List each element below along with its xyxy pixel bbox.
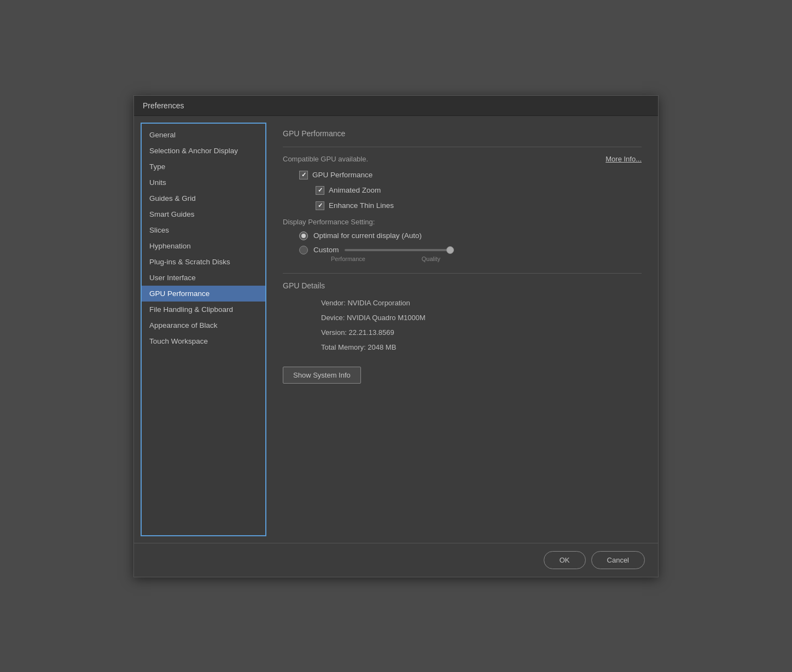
sidebar-item-file-handling-clipboard[interactable]: File Handling & Clipboard	[142, 302, 265, 317]
custom-radio-row: Custom	[299, 246, 642, 254]
sidebar-item-units[interactable]: Units	[142, 175, 265, 190]
compatible-gpu-text: Compatible GPU available.	[283, 155, 368, 163]
cancel-button[interactable]: Cancel	[591, 551, 645, 569]
enhance-thin-lines-checkbox[interactable]	[316, 201, 324, 210]
sidebar-item-selection-anchor-display[interactable]: Selection & Anchor Display	[142, 143, 265, 159]
version-label: Version:	[321, 328, 347, 337]
dialog-body: GeneralSelection & Anchor DisplayTypeUni…	[134, 116, 658, 543]
show-system-info-button[interactable]: Show System Info	[283, 367, 361, 384]
ok-button[interactable]: OK	[544, 551, 586, 569]
sidebar-item-guides-grid[interactable]: Guides & Grid	[142, 190, 265, 206]
optimal-label: Optimal for current display (Auto)	[313, 231, 422, 240]
vendor-label: Vendor:	[321, 299, 346, 307]
slider-labels: Performance Quality	[331, 256, 440, 262]
vendor-value: NVIDIA Corporation	[347, 299, 410, 307]
preferences-dialog: Preferences GeneralSelection & Anchor Di…	[133, 95, 659, 577]
sidebar-item-user-interface[interactable]: User Interface	[142, 270, 265, 286]
optimal-radio-row: Optimal for current display (Auto)	[299, 231, 642, 240]
gpu-performance-label: GPU Performance	[312, 171, 372, 179]
sidebar: GeneralSelection & Anchor DisplayTypeUni…	[141, 123, 266, 536]
dialog-footer: OK Cancel	[134, 543, 658, 577]
device-label: Device:	[321, 314, 345, 322]
sidebar-item-general[interactable]: General	[142, 127, 265, 143]
sidebar-item-appearance-of-black[interactable]: Appearance of Black	[142, 317, 265, 333]
device-row: Device: NVIDIA Quadro M1000M	[321, 314, 642, 322]
sidebar-item-hyphenation[interactable]: Hyphenation	[142, 238, 265, 254]
sidebar-item-smart-guides[interactable]: Smart Guides	[142, 206, 265, 222]
gpu-info-row: Compatible GPU available. More Info...	[283, 155, 642, 163]
animated-zoom-checkbox[interactable]	[316, 186, 324, 195]
enhance-thin-lines-row: Enhance Thin Lines	[316, 201, 642, 210]
enhance-thin-lines-label: Enhance Thin Lines	[329, 201, 394, 210]
sidebar-item-gpu-performance[interactable]: GPU Performance	[142, 286, 265, 302]
gpu-performance-checkbox[interactable]	[299, 171, 308, 179]
title-bar: Preferences	[134, 96, 658, 116]
sidebar-item-slices[interactable]: Slices	[142, 222, 265, 238]
performance-label: Performance	[331, 256, 365, 262]
section-title: GPU Performance	[283, 129, 642, 138]
version-row: Version: 22.21.13.8569	[321, 328, 642, 337]
gpu-performance-row: GPU Performance	[299, 171, 642, 179]
quality-slider-thumb[interactable]	[446, 246, 454, 254]
version-value: 22.21.13.8569	[349, 328, 394, 337]
quality-label: Quality	[422, 256, 440, 262]
total-memory-value: 2048 MB	[368, 343, 396, 351]
animated-zoom-label: Animated Zoom	[329, 186, 381, 194]
sidebar-item-touch-workspace[interactable]: Touch Workspace	[142, 333, 265, 349]
quality-slider-track[interactable]	[345, 249, 454, 251]
more-info-link[interactable]: More Info...	[605, 155, 642, 163]
animated-zoom-row: Animated Zoom	[316, 186, 642, 195]
device-value: NVIDIA Quadro M1000M	[347, 314, 426, 322]
custom-label: Custom	[313, 246, 339, 254]
total-memory-row: Total Memory: 2048 MB	[321, 343, 642, 351]
sidebar-item-plugins-scratch-disks[interactable]: Plug-ins & Scratch Disks	[142, 254, 265, 270]
dialog-title: Preferences	[143, 101, 184, 110]
sidebar-item-type[interactable]: Type	[142, 159, 265, 175]
main-content: GPU Performance Compatible GPU available…	[266, 116, 658, 543]
optimal-radio[interactable]	[299, 231, 308, 240]
gpu-details-title: GPU Details	[283, 281, 642, 290]
custom-radio[interactable]	[299, 246, 308, 254]
display-performance-label: Display Performance Setting:	[283, 218, 642, 226]
total-memory-label: Total Memory:	[321, 343, 366, 351]
vendor-row: Vendor: NVIDIA Corporation	[321, 299, 642, 307]
